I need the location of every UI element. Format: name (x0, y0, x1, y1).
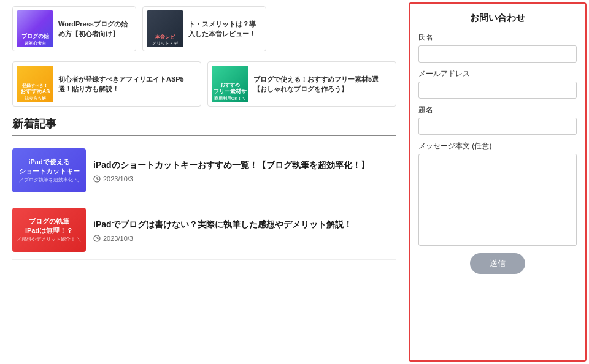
form-group-message: メッセージ本文 (任意) (418, 141, 577, 246)
article-list: iPadで使えるショートカットキー ／ブログ執筆を超効率化 ＼ iPadのショー… (12, 141, 396, 260)
email-input[interactable] (418, 82, 577, 99)
article-date-ipad-blog: 2023/10/3 (93, 235, 396, 242)
card-asp-text: 初心者が登録すべきアフィリエイトASP5選！貼り方も解説！ (58, 74, 197, 94)
clock-icon-2 (93, 235, 101, 242)
card-thumb-action: 本音レビ メリット・デ (147, 10, 183, 47)
card-blog-start[interactable]: ブログの始 超初心者向 WordPressブログの始め方【初心者向け】 (12, 6, 136, 51)
article-thumb-ipad-shortcut: iPadで使えるショートカットキー ／ブログ執筆を超効率化 ＼ (12, 148, 86, 192)
subject-input[interactable] (418, 118, 577, 135)
submit-button[interactable]: 送信 (470, 253, 525, 274)
card-grid-row2: 登録すべき！ おすすめAS 貼り方も解 初心者が登録すべきアフィリエイトASP5… (12, 61, 396, 107)
clock-icon (93, 175, 101, 183)
card-action-text: ト・スメリットは？導入した本音レビュー！ (188, 19, 262, 39)
subject-label: 題名 (418, 105, 577, 115)
card-free-material[interactable]: おすすめ フリー素材サ 商用利用OK！＼ ブログで使える！おすすめフリー素材5選… (207, 61, 396, 107)
article-date-ipad-shortcut: 2023/10/3 (93, 175, 396, 183)
form-group-subject: 題名 (418, 105, 577, 135)
article-item-ipad-shortcut[interactable]: iPadで使えるショートカットキー ／ブログ執筆を超効率化 ＼ iPadのショー… (12, 141, 396, 200)
card-blog-start-text: WordPressブログの始め方【初心者向け】 (58, 19, 132, 39)
sidebar-contact: お問い合わせ 氏名 メールアドレス 題名 メッセージ本文 (任意) 送信 (409, 2, 587, 362)
card-thumb-blog-start: ブログの始 超初心者向 (17, 10, 53, 47)
main-content: ブログの始 超初心者向 WordPressブログの始め方【初心者向け】 本音レビ… (0, 0, 409, 364)
article-info-ipad-shortcut: iPadのショートカットキーおすすめ一覧！【ブログ執筆を超効率化！】 2023/… (93, 159, 396, 183)
section-new-articles: 新着記事 (12, 116, 396, 136)
card-thumb-free: おすすめ フリー素材サ 商用利用OK！＼ (212, 66, 248, 102)
card-asp[interactable]: 登録すべき！ おすすめAS 貼り方も解 初心者が登録すべきアフィリエイトASP5… (12, 61, 201, 107)
card-action[interactable]: 本音レビ メリット・デ ト・スメリットは？導入した本音レビュー！ (142, 6, 266, 51)
card-grid-row1: ブログの始 超初心者向 WordPressブログの始め方【初心者向け】 本音レビ… (12, 6, 396, 51)
email-label: メールアドレス (418, 69, 577, 79)
card-free-text: ブログで使える！おすすめフリー素材5選【おしゃれなブログを作ろう】 (253, 74, 392, 94)
form-group-name: 氏名 (418, 32, 577, 63)
message-label: メッセージ本文 (任意) (418, 141, 577, 151)
article-thumb-ipad-blog: ブログの執筆iPadは無理！？ ／感想やデメリット紹介！ ＼ (12, 208, 86, 252)
card-thumb-asp: 登録すべき！ おすすめAS 貼り方も解 (17, 66, 53, 102)
sidebar-title: お問い合わせ (418, 12, 577, 24)
svg-line-2 (97, 179, 99, 180)
name-label: 氏名 (418, 32, 577, 43)
form-group-email: メールアドレス (418, 69, 577, 99)
article-title-ipad-shortcut: iPadのショートカットキーおすすめ一覧！【ブログ執筆を超効率化！】 (93, 159, 396, 172)
article-title-ipad-blog: iPadでブログは書けない？実際に執筆した感想やデメリット解説！ (93, 218, 396, 231)
article-item-ipad-blog[interactable]: ブログの執筆iPadは無理！？ ／感想やデメリット紹介！ ＼ iPadでブログは… (12, 200, 396, 260)
svg-line-5 (97, 238, 99, 239)
article-info-ipad-blog: iPadでブログは書けない？実際に執筆した感想やデメリット解説！ 2023/10… (93, 218, 396, 242)
name-input[interactable] (418, 45, 577, 63)
message-textarea[interactable] (418, 154, 577, 246)
